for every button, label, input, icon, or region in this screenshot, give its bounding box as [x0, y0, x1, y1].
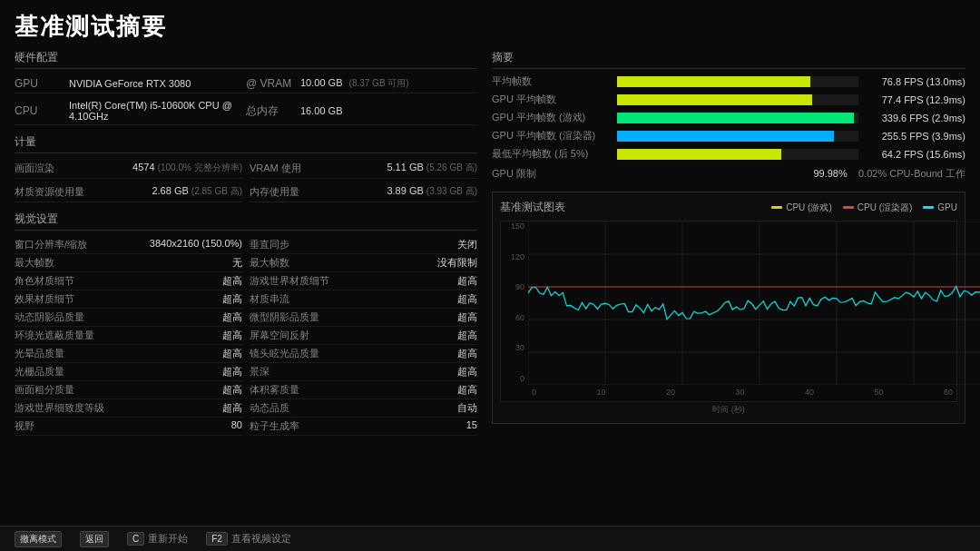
x-axis-label: 20	[666, 388, 675, 397]
chart-title: 基准测试图表	[500, 200, 565, 215]
bottom-bar: 撤离模式 返回 C 重新开始 F2 直看视频设定	[0, 526, 980, 551]
right-panel: 摘要 平均帧数 76.8 FPS (13.0ms) GPU 平均帧数 77.4 …	[492, 50, 965, 546]
vs-row: 体积雾质量超高	[250, 381, 477, 399]
fps-row: 平均帧数 76.8 FPS (13.0ms)	[492, 74, 965, 88]
vs-row: 材质串流超高	[250, 290, 477, 309]
visual-settings-section: 视觉设置 窗口分辨率/缩放3840x2160 (150.0%)垂直同步关闭最大帧…	[15, 212, 477, 436]
gpu-value: NVIDIA GeForce RTX 3080	[69, 78, 191, 89]
back-key: 返回	[80, 531, 109, 547]
legend-item: CPU (渲染器)	[843, 202, 913, 214]
metric-row: 内存使用量3.89 GB (3.93 GB 高)	[250, 182, 477, 202]
vs-row: 环境光遮蔽质量量超高	[15, 327, 242, 345]
c-key: C	[127, 532, 144, 546]
metric-row: VRAM 使用5.11 GB (5.26 GB 高)	[250, 159, 477, 179]
chart-legend: CPU (游戏)CPU (渲染器)GPU	[771, 202, 957, 214]
vram-value: 10.00 GB (8.37 GB 可用)	[300, 77, 409, 90]
gpu-limit-label: GPU 限制	[492, 167, 536, 181]
vs-row: 粒子生成率15	[250, 418, 477, 436]
left-panel: 硬件配置 GPU NVIDIA GeForce RTX 3080 @ VRAM …	[15, 50, 477, 546]
hardware-title: 硬件配置	[15, 50, 477, 69]
restart-label: 重新开始	[148, 532, 188, 546]
summary-section: 摘要 平均帧数 76.8 FPS (13.0ms) GPU 平均帧数 77.4 …	[492, 50, 965, 182]
vs-row: 角色材质细节超高	[15, 272, 242, 290]
gpu-limit-row: GPU 限制 99.98% 0.02% CPU-Bound 工作	[492, 165, 965, 182]
x-axis-label: 30	[735, 388, 744, 397]
vs-row: 游戏世界细致度等级超高	[15, 399, 242, 418]
f2-key: F2	[206, 532, 228, 546]
y-axis-label: 0	[520, 374, 524, 383]
vs-row: 微型阴影品质量超高	[250, 309, 477, 327]
fps-row: GPU 平均帧数 (渲染器) 255.5 FPS (3.9ms)	[492, 129, 965, 143]
vs-row: 光晕品质量超高	[15, 345, 242, 363]
y-axis-label: 90	[515, 282, 524, 291]
x-axis-label: 10	[596, 388, 605, 397]
vs-row: 视野80	[15, 418, 242, 436]
y-axis-label: 30	[515, 343, 524, 352]
vs-row: 最大帧数没有限制	[250, 254, 477, 272]
y-axis-label: 60	[515, 313, 524, 322]
x-axis-label: 时间 (秒)	[500, 404, 957, 416]
y-axis-label: 120	[511, 252, 524, 261]
evacuate-key: 撤离模式	[15, 531, 62, 547]
gpu-row: GPU NVIDIA GeForce RTX 3080	[15, 74, 246, 93]
visual-settings-title: 视觉设置	[15, 212, 477, 231]
cpu-label: CPU	[15, 104, 69, 117]
vs-row: 动态阴影品质量超高	[15, 309, 242, 327]
chart-section: 基准测试图表 CPU (游戏)CPU (渲染器)GPU 150120906030…	[492, 192, 965, 424]
fps-row: GPU 平均帧数 (游戏) 339.6 FPS (2.9ms)	[492, 111, 965, 124]
cpu-row: CPU Intel(R) Core(TM) i5-10600K CPU @ 4.…	[15, 97, 246, 125]
cpu-value: Intel(R) Core(TM) i5-10600K CPU @ 4.10GH…	[69, 100, 246, 122]
vs-row: 屏幕空间反射超高	[250, 327, 477, 345]
vs-row: 游戏世界材质细节超高	[250, 272, 477, 290]
vs-row: 窗口分辨率/缩放3840x2160 (150.0%)	[15, 236, 242, 254]
gpu-label: GPU	[15, 77, 69, 90]
vs-row: 画面粗分质量超高	[15, 381, 242, 399]
ram-row: 总内存 16.00 GB	[246, 97, 477, 125]
hardware-section: 硬件配置 GPU NVIDIA GeForce RTX 3080 @ VRAM …	[15, 50, 477, 125]
vs-row: 垂直同步关闭	[250, 236, 477, 254]
chart-canvas	[528, 221, 980, 385]
ram-value: 16.00 GB	[300, 105, 342, 116]
legend-item: GPU	[923, 202, 957, 214]
vram-row: @ VRAM 10.00 GB (8.37 GB 可用)	[246, 74, 477, 93]
vs-row: 镜头眩光品质量超高	[250, 345, 477, 363]
x-axis-label: 0	[532, 388, 536, 397]
video-settings-label: 直看视频设定	[231, 532, 291, 546]
y-axis-label: 150	[511, 221, 524, 231]
fps-row: GPU 平均帧数 77.4 FPS (12.9ms)	[492, 93, 965, 106]
restart-btn[interactable]: C 重新开始	[127, 532, 188, 546]
vs-row: 动态品质自动	[250, 399, 477, 418]
back-btn[interactable]: 返回	[80, 531, 109, 547]
vs-row: 光栅品质量超高	[15, 363, 242, 381]
video-settings-btn[interactable]: F2 直看视频设定	[206, 532, 291, 546]
chart-area: 1501209060300 0102030405060	[500, 221, 957, 402]
metric-row: 材质资源使用量2.68 GB (2.85 GB 高)	[15, 182, 242, 202]
summary-title: 摘要	[492, 50, 965, 69]
gpu-limit-value: 99.98% 0.02% CPU-Bound 工作	[813, 167, 965, 181]
metrics-title: 计量	[15, 134, 477, 153]
x-axis-label: 60	[944, 388, 953, 397]
main-title: 基准测试摘要	[0, 0, 980, 50]
vs-row: 景深超高	[250, 363, 477, 381]
fps-row: 最低平均帧数 (后 5%) 64.2 FPS (15.6ms)	[492, 147, 965, 161]
ram-label: 总内存	[246, 103, 300, 119]
legend-item: CPU (游戏)	[771, 202, 832, 214]
metric-row: 画面渲染4574 (100.0% 完整分辨率)	[15, 159, 242, 179]
x-axis-label: 50	[874, 388, 883, 397]
vs-row: 最大帧数无	[15, 254, 242, 272]
metrics-section: 计量 画面渲染4574 (100.0% 完整分辨率)VRAM 使用5.11 GB…	[15, 134, 477, 202]
vs-row: 效果材质细节超高	[15, 290, 242, 309]
vram-label: @ VRAM	[246, 77, 300, 90]
evacuate-mode-btn[interactable]: 撤离模式	[15, 531, 62, 547]
x-axis-label: 40	[805, 388, 814, 397]
